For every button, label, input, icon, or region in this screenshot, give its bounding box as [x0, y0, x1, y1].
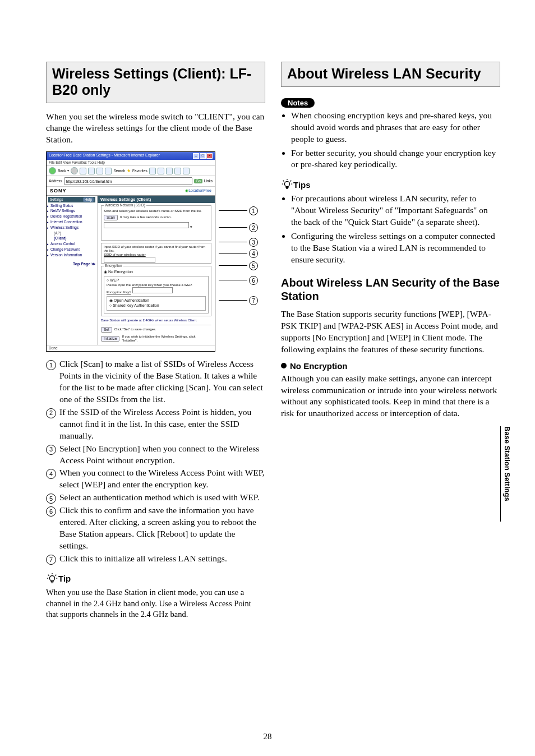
h3-body: Although you can easily make settings, a…: [281, 373, 500, 420]
item-5: Select an authentication method which is…: [59, 492, 260, 504]
wep-group: ○ WEP Please input the encryption key wh…: [104, 276, 209, 314]
note-2: For better security, you should change y…: [291, 147, 500, 171]
columns: Wireless Settings (Client): LF-B20 only …: [46, 62, 500, 626]
item-1: Click [Scan] to make a list of SSIDs of …: [59, 358, 265, 405]
side-internet: Internet Connection: [48, 220, 95, 224]
screenshot-figure: LocationFree Base Station Settings - Mic…: [46, 151, 215, 352]
tip-1: For precautions about wireless LAN secur…: [291, 193, 500, 228]
side-setting-status: Setting Status: [48, 204, 95, 208]
panel-body: Wireless Network (SSID) Scan and select …: [98, 203, 215, 345]
callout-5: 5: [249, 261, 258, 270]
favorites-icon: ★: [127, 168, 131, 174]
intro-paragraph: When you set the wireless mode switch to…: [46, 111, 265, 146]
h3-no-encryption: No Encryption: [281, 361, 500, 371]
tip-body: When you use the Base Station in client …: [46, 587, 265, 620]
side-netav: NetAV Settings: [48, 209, 95, 213]
lightbulb-icon: [46, 573, 58, 585]
figure-body: Settings Help Setting Status NetAV Setti…: [47, 196, 215, 345]
figure-sidebar: Settings Help Setting Status NetAV Setti…: [47, 196, 98, 345]
top-page-link: Top Page ≫: [48, 262, 95, 266]
h2-body: The Base Station supports security funct…: [281, 308, 500, 356]
svg-line-1: [48, 575, 49, 576]
address-label: Address: [49, 179, 62, 183]
search-icon: [105, 168, 112, 174]
callout-6: 6: [249, 276, 258, 285]
refresh-icon: [88, 168, 95, 174]
callout-2: 2: [249, 223, 258, 232]
statusbar: Done: [47, 345, 215, 351]
side-access: Access Control: [48, 242, 95, 246]
figure-with-callouts: LocationFree Base Station Settings - Mic…: [46, 151, 265, 352]
set-button: Set: [101, 327, 112, 333]
stop-icon: [80, 168, 86, 174]
scan-button: Scan: [104, 215, 118, 220]
item-6: Click this to confirm and save the infor…: [59, 505, 265, 552]
side-version: Version Information: [48, 253, 95, 257]
note-1: When choosing encryption keys and pre-sh…: [291, 110, 500, 145]
heading-right: About Wireless LAN Security: [287, 66, 494, 82]
tip-heading: Tip: [46, 573, 265, 585]
print-icon: [166, 168, 173, 174]
ssid-group: Wireless Network (SSID) Scan and select …: [101, 205, 211, 241]
minimize-icon: _: [193, 153, 199, 159]
home-icon: [96, 168, 103, 174]
radio-icon: ○: [109, 303, 112, 307]
notes-label: Notes: [281, 98, 315, 108]
radio-icon: ◉: [104, 270, 107, 274]
numbered-list: 1Click [Scan] to make a list of SSIDs of…: [46, 358, 265, 565]
bullet-icon: [281, 363, 287, 368]
forward-icon: [71, 167, 78, 174]
brand-sony: SONY: [50, 188, 67, 194]
callout-list: 1 2 3 4 5 6 7: [219, 151, 258, 305]
toolbar: Back ▾ Search ★ Favorites: [47, 166, 215, 176]
manual-ssid-input: [104, 257, 155, 263]
svg-line-2: [56, 575, 57, 576]
notes-list: When choosing encryption keys and pre-sh…: [281, 110, 500, 171]
heading-box-right: About Wireless LAN Security: [281, 62, 500, 87]
tips-list: For precautions about wireless LAN secur…: [281, 193, 500, 266]
callout-3: 3: [249, 238, 258, 247]
manual-ssid-group: Input SSID of your wireless router if yo…: [101, 243, 211, 264]
auth-group: ◉ Open Authentication ○ Shared Key Authe…: [107, 296, 206, 311]
sidebar-header: Settings Help: [48, 197, 95, 202]
close-icon: ×: [206, 153, 213, 159]
address-input: [64, 177, 192, 185]
page: Wireless Settings (Client): LF-B20 only …: [0, 0, 535, 756]
history-icon: [149, 168, 156, 174]
item-7: Click this to initialize all wireless LA…: [59, 553, 227, 565]
maximize-icon: □: [200, 153, 206, 159]
mail-icon: [158, 168, 164, 174]
window-buttons: _ □ ×: [193, 153, 213, 159]
back-icon: [49, 167, 56, 174]
svg-point-5: [49, 575, 54, 580]
figure-main: Wireless Settings (Client) Wireless Netw…: [98, 196, 215, 345]
page-number: 28: [0, 732, 535, 741]
help-button: Help: [83, 197, 94, 202]
heading-box-left: Wireless Settings (Client): LF-B20 only: [46, 62, 265, 103]
left-column: Wireless Settings (Client): LF-B20 only …: [46, 62, 265, 626]
band-note: Base Station will operate at 2.4GHz when…: [101, 319, 211, 322]
tips-heading: Tips: [281, 178, 500, 191]
tip-2: Configuring the wireless settings on a c…: [291, 231, 500, 266]
callout-4: 4: [249, 249, 258, 258]
callout-1: 1: [249, 206, 258, 215]
heading-left: Wireless Settings (Client): LF-B20 only: [52, 66, 259, 98]
item-4: When you connect to the Wireless Access …: [59, 467, 265, 491]
back-label: Back: [58, 169, 66, 173]
svg-point-12: [284, 182, 289, 187]
h2-security: About Wireless LAN Security of the Base …: [281, 276, 500, 303]
panel-title: Wireless Settings (Client): [98, 196, 215, 203]
svg-line-8: [283, 181, 284, 182]
window-titlebar: LocationFree Base Station Settings - Mic…: [47, 152, 215, 160]
brand-locationfree: ◉LocationFree: [185, 188, 211, 193]
initialize-button: Initialize: [101, 336, 119, 342]
radio-icon: ○: [107, 278, 109, 282]
go-button: Go: [194, 179, 202, 183]
enc-key-input: [132, 287, 173, 293]
brand-bar: SONY ◉LocationFree: [47, 187, 215, 196]
item-3: Select [No Encryption] when you connect …: [59, 443, 265, 467]
radio-icon: ◉: [109, 298, 113, 302]
side-tab: Base Station Settings: [500, 426, 511, 522]
svg-line-9: [290, 181, 292, 182]
encryption-group: Encryption ◉ No Encryption ○ WEP Please …: [101, 266, 211, 316]
